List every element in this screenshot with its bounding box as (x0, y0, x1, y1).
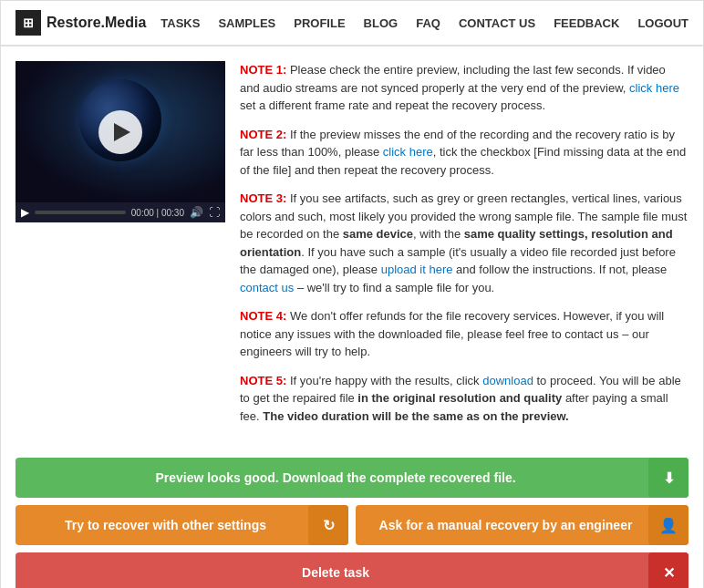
note-1-label: NOTE 1: (240, 63, 286, 77)
nav-blog[interactable]: BLOG (364, 16, 399, 30)
volume-icon[interactable]: 🔊 (190, 206, 203, 219)
note-3-link2[interactable]: contact us (240, 281, 294, 294)
note-5: NOTE 5: If you're happy with the results… (240, 372, 688, 426)
time-display: 00:00 | 00:30 (131, 208, 184, 218)
delete-button[interactable]: Delete task ✕ (16, 552, 688, 588)
logo[interactable]: ⊞ Restore.Media (16, 10, 146, 36)
nav-links: TASKS SAMPLES PROFILE BLOG FAQ CONTACT U… (160, 16, 688, 30)
note-3-text: If you see artifacts, such as grey or gr… (240, 191, 687, 294)
recover-settings-icon: ↻ (308, 505, 348, 545)
nav-samples[interactable]: SAMPLES (218, 16, 275, 30)
main-content: ▶ 00:00 | 00:30 🔊 ⛶ NOTE 1: Please check… (1, 46, 703, 450)
nav-profile[interactable]: PROFILE (294, 16, 345, 30)
play-button[interactable] (98, 110, 142, 154)
download-row: Preview looks good. Download the complet… (16, 458, 688, 498)
video-controls: ▶ 00:00 | 00:30 🔊 ⛶ (16, 202, 225, 222)
note-2-link[interactable]: click here (383, 145, 433, 159)
delete-row: Delete task ✕ (16, 552, 688, 588)
note-5-link[interactable]: download (482, 374, 533, 387)
video-panel: ▶ 00:00 | 00:30 🔊 ⛶ (16, 61, 225, 436)
nav-faq[interactable]: FAQ (416, 16, 440, 30)
note-2: NOTE 2: If the preview misses the end of… (240, 126, 688, 180)
recover-settings-button[interactable]: Try to recover with other settings ↻ (16, 505, 348, 545)
note-4-text: We don't offer refunds for the file reco… (240, 309, 664, 358)
download-label: Preview looks good. Download the complet… (30, 470, 641, 485)
fullscreen-icon[interactable]: ⛶ (209, 206, 220, 219)
note-1-text: Please check the entire preview, includi… (240, 63, 679, 112)
delete-icon: ✕ (648, 552, 688, 588)
manual-recovery-button[interactable]: Ask for a manual recovery by an engineer… (356, 505, 688, 545)
navigation: ⊞ Restore.Media TASKS SAMPLES PROFILE BL… (1, 1, 703, 46)
notes-panel: NOTE 1: Please check the entire preview,… (240, 61, 688, 436)
note-4: NOTE 4: We don't offer refunds for the f… (240, 307, 688, 361)
play-icon (114, 123, 130, 141)
note-2-label: NOTE 2: (240, 128, 286, 141)
note-2-text: If the preview misses the end of the rec… (240, 128, 686, 177)
note-1: NOTE 1: Please check the entire preview,… (240, 61, 688, 115)
manual-recovery-icon: 👤 (648, 505, 688, 545)
recovery-options-row: Try to recover with other settings ↻ Ask… (16, 505, 688, 545)
nav-feedback[interactable]: FEEDBACK (554, 16, 619, 30)
play-pause-button[interactable]: ▶ (21, 206, 29, 219)
delete-label: Delete task (30, 565, 641, 580)
nav-contact[interactable]: CONTACT US (459, 16, 535, 30)
logo-text: Restore.Media (47, 15, 146, 31)
note-3-link1[interactable]: upload it here (381, 263, 453, 276)
note-3: NOTE 3: If you see artifacts, such as gr… (240, 190, 688, 296)
nav-tasks[interactable]: TASKS (160, 16, 200, 30)
buttons-area: Preview looks good. Download the complet… (1, 450, 703, 588)
note-4-label: NOTE 4: (240, 309, 286, 323)
logo-icon: ⊞ (16, 10, 41, 36)
nav-logout[interactable]: LOGOUT (637, 16, 688, 30)
download-icon: ⬇ (648, 458, 688, 498)
note-3-label: NOTE 3: (240, 191, 286, 205)
note-5-text: If you're happy with the results, click … (240, 374, 681, 423)
manual-recovery-label: Ask for a manual recovery by an engineer (370, 518, 641, 532)
note-1-link[interactable]: click here (629, 81, 679, 95)
video-container (16, 61, 225, 202)
recover-settings-label: Try to recover with other settings (30, 518, 301, 532)
progress-bar[interactable] (35, 211, 126, 214)
download-button[interactable]: Preview looks good. Download the complet… (16, 458, 688, 498)
note-5-label: NOTE 5: (240, 374, 286, 387)
